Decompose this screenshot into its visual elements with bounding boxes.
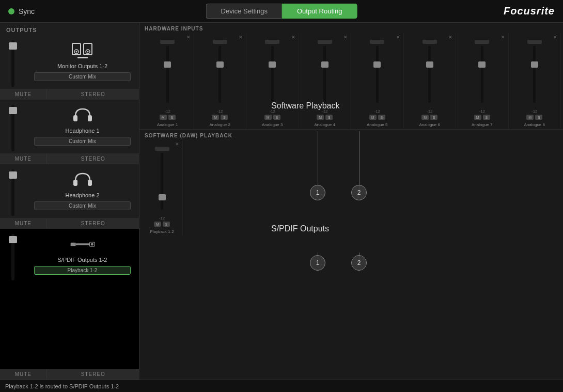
strip7-track[interactable] — [481, 46, 483, 103]
strip-analogue3: ✕ -12 M S Analogue 3 — [246, 33, 299, 129]
strip8-track[interactable] — [533, 46, 536, 103]
hp2-fader-col — [0, 164, 26, 218]
strip3-track[interactable] — [271, 46, 274, 103]
hp1-fader-handle[interactable] — [9, 107, 17, 114]
strip4-trim[interactable] — [318, 40, 332, 44]
spdif-fader-handle[interactable] — [9, 236, 17, 243]
strip7-name: Analogue 7 — [472, 122, 492, 127]
strip5-trim[interactable] — [370, 40, 384, 44]
strip5-close[interactable]: ✕ — [396, 35, 400, 40]
hp1-mute-btn[interactable]: MUTE — [0, 154, 47, 164]
strip6-close[interactable]: ✕ — [448, 35, 452, 40]
strip2-handle[interactable] — [216, 61, 224, 68]
strip2-trim[interactable] — [213, 40, 227, 44]
hp2-mix[interactable]: Custom Mix — [34, 201, 130, 210]
strip4-track[interactable] — [323, 46, 326, 103]
strip7-db: -12 — [479, 109, 485, 114]
strip2-m[interactable]: M — [212, 115, 219, 120]
monitor-fader-handle[interactable] — [9, 42, 17, 50]
svg-rect-11 — [70, 243, 75, 246]
daw-handle[interactable] — [159, 194, 166, 200]
strip4-handle[interactable] — [321, 61, 329, 68]
strip6-fader — [405, 46, 455, 108]
spdif-mute-btn[interactable]: MUTE — [0, 369, 47, 379]
strip6-track[interactable] — [428, 46, 431, 103]
strip7-close[interactable]: ✕ — [501, 35, 505, 40]
strip7-m[interactable]: M — [474, 115, 481, 120]
hp2-mute-btn[interactable]: MUTE — [0, 218, 47, 228]
strip3-close[interactable]: ✕ — [291, 35, 295, 40]
monitor-fader-col — [0, 35, 26, 89]
strip8-fader — [510, 46, 560, 108]
strip4-ms: M S — [317, 115, 333, 120]
strip1-handle[interactable] — [164, 61, 171, 68]
strip4-close[interactable]: ✕ — [343, 35, 348, 40]
strip5-handle[interactable] — [373, 61, 381, 68]
daw-m[interactable]: M — [154, 222, 161, 227]
svg-point-14 — [90, 243, 93, 246]
strip-analogue1: ✕ -12 M S Analogue 1 — [142, 33, 194, 129]
daw-fader — [143, 153, 181, 215]
strip1-m[interactable]: M — [160, 115, 167, 120]
strip6-m[interactable]: M — [421, 115, 429, 120]
hp2-fader-handle[interactable] — [9, 171, 17, 179]
daw-db: -12 — [159, 216, 165, 221]
strip5-track[interactable] — [376, 46, 379, 103]
strip7-fader — [457, 46, 507, 108]
hp2-fader-track[interactable] — [11, 169, 14, 216]
spdif-stereo-btn[interactable]: STEREO — [47, 369, 139, 379]
strip7-handle[interactable] — [478, 61, 486, 68]
strip8-s[interactable]: S — [535, 115, 542, 120]
strip8-trim[interactable] — [527, 40, 542, 44]
strip6-handle[interactable] — [426, 61, 433, 68]
monitor-mute-btn[interactable]: MUTE — [0, 89, 47, 99]
daw-trim[interactable] — [155, 147, 169, 151]
daw-ms: M S — [154, 222, 170, 227]
strip4-s[interactable]: S — [325, 115, 333, 120]
spdif-fader-col — [0, 229, 26, 369]
strip2-track[interactable] — [218, 46, 221, 103]
hp2-stereo-btn[interactable]: STEREO — [47, 218, 139, 228]
spdif-fader-track[interactable] — [11, 234, 14, 280]
strip7-s[interactable]: S — [483, 115, 490, 120]
strip6-s[interactable]: S — [430, 115, 437, 120]
daw-s[interactable]: S — [163, 222, 170, 227]
strip1-trim[interactable] — [160, 40, 175, 44]
svg-rect-3 — [84, 43, 92, 55]
strip3-m[interactable]: M — [264, 115, 272, 120]
strip5-s[interactable]: S — [378, 115, 385, 120]
hp1-content: Headphone 1 Custom Mix — [26, 100, 139, 153]
strip3-ms: M S — [264, 115, 280, 120]
strip4-m[interactable]: M — [317, 115, 324, 120]
hp1-stereo-btn[interactable]: STEREO — [47, 154, 139, 164]
strip6-trim[interactable] — [423, 40, 437, 44]
daw-track[interactable] — [161, 153, 163, 210]
strip2-close[interactable]: ✕ — [239, 35, 243, 40]
monitor-mute-stereo: MUTE STEREO — [0, 89, 139, 100]
strip3-db: -12 — [269, 109, 275, 114]
strip3-handle[interactable] — [269, 61, 276, 68]
hp1-fader-track[interactable] — [11, 105, 14, 151]
strip5-m[interactable]: M — [369, 115, 377, 120]
strip8-close[interactable]: ✕ — [553, 35, 557, 40]
strip7-trim[interactable] — [475, 40, 489, 44]
monitor-mix[interactable]: Custom Mix — [34, 72, 130, 81]
hp2-name: Headphone 2 — [65, 192, 99, 198]
monitor-stereo-btn[interactable]: STEREO — [47, 89, 139, 99]
hp1-mix[interactable]: Custom Mix — [34, 137, 130, 146]
monitor-fader-track[interactable] — [11, 40, 14, 87]
sync-indicator: Sync — [8, 7, 35, 15]
strip3-s[interactable]: S — [273, 115, 280, 120]
hw-inputs-label: HARDWARE INPUTS — [139, 23, 563, 33]
strip8-handle[interactable] — [531, 61, 538, 68]
strip8-m[interactable]: M — [526, 115, 534, 120]
daw-strip-close[interactable]: ✕ — [175, 142, 179, 147]
tab-device-settings[interactable]: Device Settings — [206, 4, 282, 19]
strip1-close[interactable]: ✕ — [186, 35, 191, 40]
strip1-s[interactable]: S — [168, 115, 176, 120]
spdif-mix[interactable]: Playback 1-2 — [34, 266, 130, 275]
tab-output-routing[interactable]: Output Routing — [282, 4, 357, 19]
strip1-track[interactable] — [166, 46, 169, 103]
strip3-trim[interactable] — [265, 40, 279, 44]
strip2-s[interactable]: S — [221, 115, 228, 120]
